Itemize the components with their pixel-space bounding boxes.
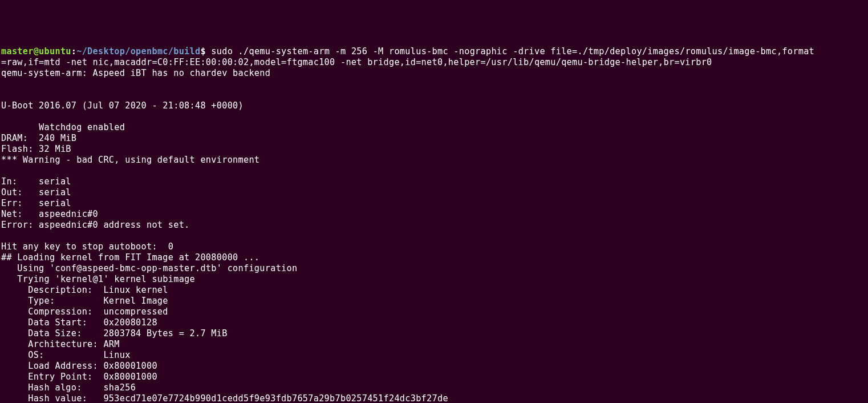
output-line: Hash value: 953ecd71e07e7724b990d1cedd5f… <box>1 393 448 403</box>
output-line: DRAM: 240 MiB <box>1 133 76 143</box>
prompt-colon: : <box>71 46 76 57</box>
output-line: Data Size: 2803784 Bytes = 2.7 MiB <box>1 328 228 338</box>
output-line: Architecture: ARM <box>1 339 120 349</box>
output-line: Watchdog enabled <box>1 122 125 132</box>
output-line: Type: Kernel Image <box>1 296 168 306</box>
output-line: Net: aspeednic#0 <box>1 209 98 219</box>
output-line: Hit any key to stop autoboot: 0 <box>1 241 179 252</box>
output-line: Hash algo: sha256 <box>1 382 136 393</box>
output-line: OS: Linux <box>1 350 131 360</box>
output-line: Flash: 32 MiB <box>1 144 71 154</box>
prompt-path: ~/Desktop/openbmc/build <box>76 46 200 57</box>
output-line: Data Start: 0x20080128 <box>1 317 157 328</box>
output-line: In: serial <box>1 176 71 187</box>
output-line: *** Warning - bad CRC, using default env… <box>1 155 259 165</box>
output-line: Description: Linux kernel <box>1 285 168 295</box>
output-line: Load Address: 0x80001000 <box>1 361 157 371</box>
output-line: ## Loading kernel from FIT Image at 2008… <box>1 252 259 263</box>
prompt-dollar: $ <box>200 46 211 57</box>
command-line-1: sudo ./qemu-system-arm -m 256 -M romulus… <box>211 46 814 57</box>
terminal-window[interactable]: master@ubuntu:~/Desktop/openbmc/build$ s… <box>1 46 867 403</box>
prompt-user: master@ubuntu <box>1 46 71 57</box>
command-line-2: =raw,if=mtd -net nic,macaddr=C0:FF:EE:00… <box>1 57 712 67</box>
output-line: U-Boot 2016.07 (Jul 07 2020 - 21:08:48 +… <box>1 100 244 111</box>
output-line: Compression: uncompressed <box>1 307 168 317</box>
output-line: Err: serial <box>1 198 71 208</box>
output-line: qemu-system-arm: Aspeed iBT has no chard… <box>1 68 270 78</box>
output-line: Entry Point: 0x80001000 <box>1 372 157 382</box>
output-line: Using 'conf@aspeed-bmc-opp-master.dtb' c… <box>1 263 297 273</box>
output-line: Out: serial <box>1 187 71 198</box>
output-line: Error: aspeednic#0 address not set. <box>1 220 190 230</box>
prompt-line: master@ubuntu:~/Desktop/openbmc/build$ s… <box>1 46 814 57</box>
output-line: Trying 'kernel@1' kernel subimage <box>1 274 195 284</box>
